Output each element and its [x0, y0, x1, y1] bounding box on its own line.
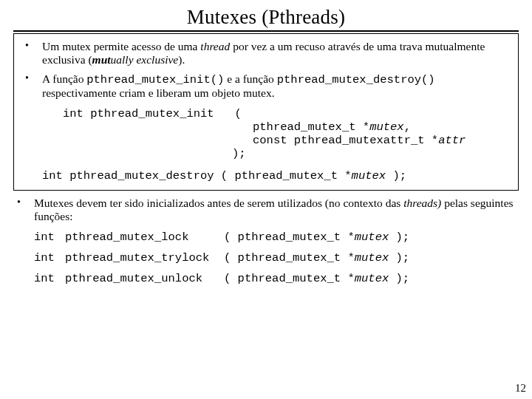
args-open: ( pthread_mutex_t *: [224, 231, 355, 244]
text: respectivamente criam e liberam um objet…: [42, 86, 275, 99]
func-name: pthread_mutex_lock: [65, 231, 224, 244]
comma: ,: [404, 120, 411, 134]
return-type: int: [34, 251, 65, 265]
return-type: int: [34, 231, 65, 244]
text-bold-italic: mut: [92, 53, 111, 66]
text: ).: [178, 53, 185, 66]
text-italic: thread: [200, 40, 230, 52]
sig-end: );: [386, 169, 406, 183]
text: A função: [42, 72, 86, 85]
content-box-1: Um mutex permite acesso de uma thread po…: [13, 33, 519, 191]
proto-trylock: int pthread_mutex_trylock ( pthread_mute…: [34, 251, 519, 265]
args-open: ( pthread_mutex_t *: [224, 251, 355, 265]
param-name: mutex: [355, 251, 389, 265]
text: e a função: [224, 72, 276, 85]
proto-init-param1: pthread_mutex_t *mutex,: [253, 120, 511, 134]
param-type: pthread_mutex_t *: [253, 120, 369, 134]
proto-lock: int pthread_mutex_lock ( pthread_mutex_t…: [34, 231, 519, 244]
bullet-3: Mutexes devem ter sido inicializados ant…: [13, 197, 519, 285]
proto-unlock: int pthread_mutex_unlock ( pthread_mutex…: [34, 272, 519, 285]
func-sig: pthread_mutex_destroy ( pthread_mutex_t …: [69, 169, 351, 183]
param-name: mutex: [355, 231, 389, 244]
param-type: const pthread_mutexattr_t *: [253, 134, 438, 147]
bullet-2: A função pthread_mutex_init() e a função…: [21, 72, 511, 183]
param-name: mutex: [369, 120, 404, 134]
text-italic: threads): [403, 197, 441, 209]
args-close: );: [389, 231, 409, 244]
bullet-1: Um mutex permite acesso de uma thread po…: [21, 40, 511, 66]
return-type: int: [34, 272, 65, 285]
func-name: pthread_mutex_unlock: [65, 272, 224, 285]
args-close: );: [389, 272, 409, 285]
func-name: pthread_mutex_init: [90, 107, 214, 120]
proto-init-param2: const pthread_mutexattr_t *attr: [253, 134, 511, 147]
slide-title: Mutexes (Pthreads): [13, 6, 519, 32]
args-open: ( pthread_mutex_t *: [224, 272, 355, 285]
proto-init-close: );: [232, 147, 511, 160]
text: Mutexes devem ter sido inicializados ant…: [34, 197, 403, 209]
args-close: );: [389, 251, 409, 265]
text: Um mutex permite acesso de uma: [42, 40, 200, 52]
param-name: attr: [438, 134, 466, 147]
proto-init: int pthread_mutex_init (: [63, 107, 511, 120]
text-italic: ually exclusive: [111, 53, 179, 66]
paren-open: (: [235, 107, 242, 120]
return-type: int: [42, 169, 63, 183]
param-name: mutex: [352, 169, 386, 183]
func-name: pthread_mutex_trylock: [65, 251, 224, 265]
code-text: pthread_mutex_init(): [86, 73, 224, 86]
proto-destroy: int pthread_mutex_destroy ( pthread_mute…: [42, 169, 511, 183]
param-name: mutex: [355, 272, 389, 285]
return-type: int: [63, 107, 83, 120]
code-text: pthread_mutex_destroy(): [277, 73, 435, 86]
page-number: 12: [515, 382, 526, 395]
